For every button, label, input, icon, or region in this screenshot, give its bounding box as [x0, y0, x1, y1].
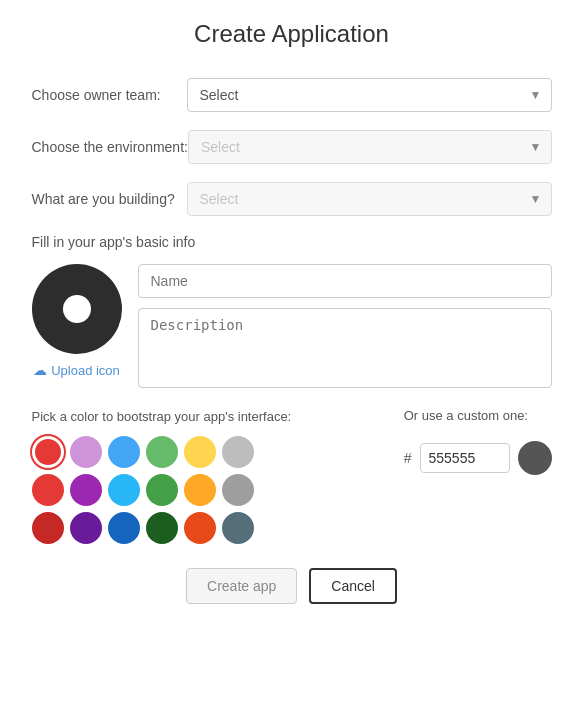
building-for-label: What are you building? — [32, 191, 187, 207]
color-swatch-11[interactable] — [222, 474, 254, 506]
color-section: Pick a color to bootstrap your app's int… — [32, 408, 552, 544]
environment-select[interactable]: Select — [188, 130, 552, 164]
owner-team-row: Choose owner team: Select ▼ — [32, 78, 552, 112]
buttons-row: Create app Cancel — [32, 568, 552, 604]
color-swatch-1[interactable] — [70, 436, 102, 468]
building-for-select[interactable]: Select — [187, 182, 552, 216]
upload-cloud-icon: ☁ — [33, 362, 47, 378]
cancel-button[interactable]: Cancel — [309, 568, 397, 604]
color-swatch-3[interactable] — [146, 436, 178, 468]
upload-icon-link[interactable]: ☁ Upload icon — [33, 362, 120, 378]
color-swatch-15[interactable] — [146, 512, 178, 544]
fields-area — [138, 264, 552, 388]
environment-label: Choose the environment: — [32, 139, 188, 155]
building-for-select-wrapper: Select ▼ — [187, 182, 552, 216]
basic-info-section: Fill in your app's basic info ☁ Upload i… — [32, 234, 552, 388]
color-grid — [32, 436, 374, 544]
color-swatch-7[interactable] — [70, 474, 102, 506]
color-swatch-17[interactable] — [222, 512, 254, 544]
color-swatch-0[interactable] — [32, 436, 64, 468]
color-swatch-9[interactable] — [146, 474, 178, 506]
color-swatch-10[interactable] — [184, 474, 216, 506]
color-swatch-8[interactable] — [108, 474, 140, 506]
owner-team-label: Choose owner team: — [32, 87, 187, 103]
icon-upload-area: ☁ Upload icon — [32, 264, 122, 378]
app-icon-inner-dot — [63, 295, 91, 323]
color-swatch-12[interactable] — [32, 512, 64, 544]
page-title: Create Application — [32, 20, 552, 48]
custom-color-label: Or use a custom one: — [404, 408, 552, 423]
environment-row: Choose the environment: Select ▼ — [32, 130, 552, 164]
app-icon-circle — [32, 264, 122, 354]
upload-link-label: Upload icon — [51, 363, 120, 378]
color-preview-circle[interactable] — [518, 441, 552, 475]
app-name-input[interactable] — [138, 264, 552, 298]
create-app-button[interactable]: Create app — [186, 568, 297, 604]
color-swatch-14[interactable] — [108, 512, 140, 544]
app-description-input[interactable] — [138, 308, 552, 388]
environment-select-wrapper: Select ▼ — [188, 130, 552, 164]
custom-color-input-row: # — [404, 441, 552, 475]
color-picker-label: Pick a color to bootstrap your app's int… — [32, 408, 374, 426]
custom-color-area: Or use a custom one: # — [404, 408, 552, 475]
color-swatch-13[interactable] — [70, 512, 102, 544]
owner-team-select-wrapper: Select ▼ — [187, 78, 552, 112]
color-swatch-5[interactable] — [222, 436, 254, 468]
owner-team-select[interactable]: Select — [187, 78, 552, 112]
color-picker-area: Pick a color to bootstrap your app's int… — [32, 408, 374, 544]
building-for-row: What are you building? Select ▼ — [32, 182, 552, 216]
color-swatch-16[interactable] — [184, 512, 216, 544]
basic-info-content: ☁ Upload icon — [32, 264, 552, 388]
basic-info-label: Fill in your app's basic info — [32, 234, 552, 250]
color-swatch-6[interactable] — [32, 474, 64, 506]
color-swatch-2[interactable] — [108, 436, 140, 468]
hex-color-input[interactable] — [420, 443, 510, 473]
hash-symbol: # — [404, 450, 412, 466]
color-swatch-4[interactable] — [184, 436, 216, 468]
